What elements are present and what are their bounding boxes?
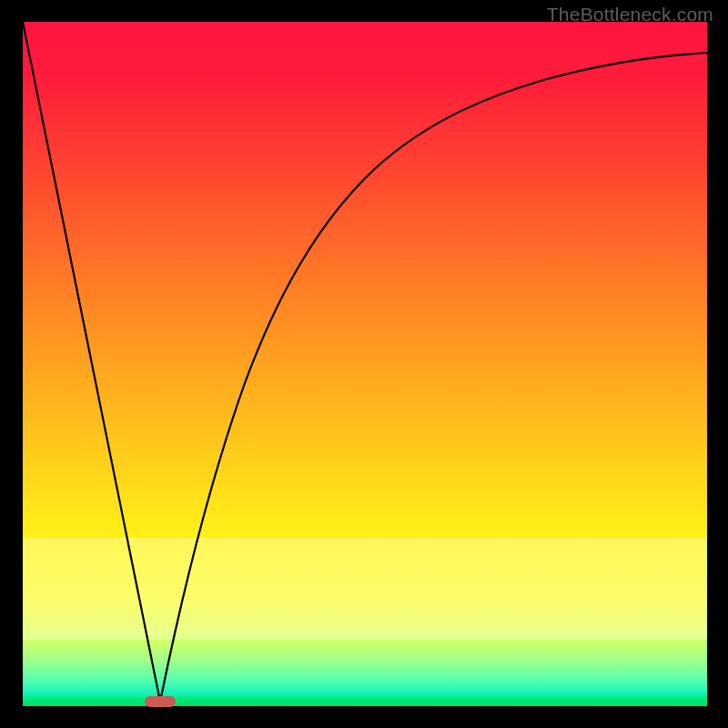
- curve-layer: [23, 22, 707, 706]
- bottleneck-marker: [145, 696, 176, 707]
- left-line: [23, 22, 160, 702]
- right-curve: [160, 53, 707, 702]
- chart-frame: TheBottleneck.com: [0, 0, 728, 728]
- watermark-text: TheBottleneck.com: [547, 4, 713, 25]
